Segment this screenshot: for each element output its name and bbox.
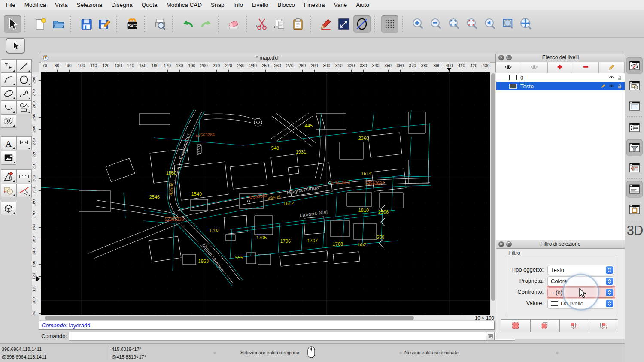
filter-select-add-button[interactable]	[530, 319, 560, 332]
pan-button[interactable]	[517, 15, 535, 33]
menu-seleziona[interactable]: Seleziona	[77, 2, 102, 8]
panel-blocks-toggle-button[interactable]	[626, 77, 643, 94]
edit-layer-button[interactable]	[598, 62, 625, 73]
open-file-button[interactable]	[50, 15, 67, 33]
new-file-button[interactable]	[32, 15, 49, 33]
measure-tool-button[interactable]	[16, 169, 32, 183]
modify-tool-button[interactable]	[1, 184, 16, 197]
zoom-out-button[interactable]	[427, 15, 444, 33]
menu-file[interactable]: File	[6, 2, 15, 8]
layer-row-testo[interactable]: Testo	[496, 82, 625, 90]
box-3d-tool-button[interactable]	[1, 202, 16, 215]
copy-button[interactable]	[271, 15, 289, 33]
panel-layers-toggle-button[interactable]	[626, 57, 643, 74]
detach-layers-panel-button[interactable]: ❐	[506, 55, 512, 60]
close-filter-panel-button[interactable]: ✕	[498, 241, 504, 247]
show-all-layers-button[interactable]	[496, 62, 522, 73]
text-tool-button[interactable]: A	[1, 136, 16, 150]
menu-varie[interactable]: Varie	[334, 2, 347, 8]
zoomwin-icon	[501, 17, 515, 31]
zoom-selection-button[interactable]	[463, 15, 480, 33]
selection-tool-button[interactable]	[4, 15, 21, 33]
arc-tool-button[interactable]	[1, 73, 16, 87]
draw-pencil-button[interactable]	[317, 15, 334, 33]
add-layer-button[interactable]	[547, 62, 574, 73]
filter-select-intersect-button[interactable]	[589, 319, 618, 332]
redo-button[interactable]	[197, 15, 215, 33]
menu-snap[interactable]: Snap	[211, 2, 225, 8]
menu-livello[interactable]: Livello	[252, 2, 268, 8]
menu-disegna[interactable]: Disegna	[111, 2, 133, 8]
hide-all-layers-button[interactable]	[522, 62, 548, 73]
cut-button[interactable]	[253, 15, 270, 33]
menu-vista[interactable]: Vista	[55, 2, 68, 8]
command-options-button[interactable]	[486, 332, 495, 340]
remove-layer-button[interactable]	[573, 62, 599, 73]
layer-row-0[interactable]: 0	[496, 73, 625, 82]
drawing-canvas[interactable]: 4452360548193116141580254615491612181025…	[41, 72, 490, 315]
filter-select-remove-button[interactable]	[559, 319, 589, 332]
erase-button[interactable]	[225, 15, 243, 33]
snap-edit-tool-button[interactable]	[16, 184, 32, 197]
horizontal-scrollbar[interactable]	[41, 315, 466, 320]
horizontal-scrollbar-thumb[interactable]	[45, 316, 414, 320]
command-input[interactable]	[69, 332, 515, 341]
spline-tool-button[interactable]	[16, 87, 32, 100]
zoom-in-button[interactable]	[409, 15, 426, 33]
cad-tools-tool-button[interactable]	[1, 169, 16, 183]
3d-panel-label[interactable]: 3D	[625, 223, 644, 238]
zoom-previous-button[interactable]	[481, 15, 498, 33]
dimension-tool-button[interactable]	[16, 136, 32, 150]
menu-aiuto[interactable]: Aiuto	[356, 2, 369, 8]
menu-finestra[interactable]: Finestra	[304, 2, 325, 8]
filter-select-new-button[interactable]	[501, 319, 531, 332]
hatch-tool-button[interactable]	[1, 114, 16, 128]
line-mode-button[interactable]	[335, 15, 352, 33]
menu-modifica[interactable]: Modifica	[24, 2, 46, 8]
ruler-label: 140	[32, 245, 36, 258]
vertical-scrollbar-thumb[interactable]	[491, 73, 495, 301]
line-tool-button[interactable]	[16, 59, 32, 73]
selection-tool-button[interactable]	[6, 38, 25, 54]
menu-info[interactable]: Info	[234, 2, 243, 8]
filter-select-4[interactable]: Da livello	[547, 299, 614, 308]
shapes-tool-button[interactable]	[16, 100, 32, 114]
detach-filter-panel-button[interactable]: ❐	[506, 241, 512, 247]
grid-toggle-button[interactable]	[381, 15, 398, 33]
filter-select-2[interactable]: Colore	[547, 276, 614, 286]
circle-tool-button[interactable]	[16, 73, 32, 87]
menu-quota[interactable]: Quota	[142, 2, 158, 8]
panel-filter-toggle-button[interactable]	[626, 139, 643, 156]
filter-select-3[interactable]: = (è)	[547, 287, 614, 297]
filter-select-1[interactable]: Testo	[547, 265, 614, 275]
dropdown-stepper-icon	[606, 300, 613, 307]
paste-button[interactable]	[289, 15, 307, 33]
ruler-label: 280	[296, 63, 309, 68]
ellipse-mode-button[interactable]	[353, 15, 371, 33]
save-as-button[interactable]	[96, 15, 113, 33]
panel-properties-toggle-button[interactable]	[626, 159, 643, 176]
zoom-auto-button[interactable]	[445, 15, 462, 33]
points-tool-button[interactable]	[1, 59, 16, 73]
ellipse-tool-button[interactable]	[1, 87, 16, 100]
toolbar-separator	[24, 16, 29, 32]
panel-list-toggle-button[interactable]	[626, 119, 643, 136]
print-preview-button[interactable]	[152, 15, 169, 33]
polyline-tool-button[interactable]	[1, 100, 16, 114]
panel-command-toggle-button[interactable]	[626, 181, 643, 198]
export-svg-button[interactable]: SVG	[124, 15, 141, 33]
image-tool-button[interactable]	[1, 151, 16, 165]
vertical-scrollbar[interactable]	[490, 72, 496, 315]
filter-action-buttons	[501, 319, 618, 332]
svg-text:1953: 1953	[198, 259, 209, 264]
panel-clipboard-toggle-button[interactable]	[626, 201, 643, 218]
save-button[interactable]	[78, 15, 95, 33]
close-layers-panel-button[interactable]: ✕	[498, 55, 504, 60]
zoom-window-button[interactable]	[499, 15, 516, 33]
undo-button[interactable]	[179, 15, 197, 33]
panel-library-toggle-button[interactable]	[626, 97, 643, 115]
svg-text:1612: 1612	[283, 201, 294, 206]
menu-modifica-cad[interactable]: Modifica CAD	[166, 2, 202, 8]
toolbar-separator	[172, 16, 177, 32]
menu-blocco[interactable]: Blocco	[277, 2, 295, 8]
